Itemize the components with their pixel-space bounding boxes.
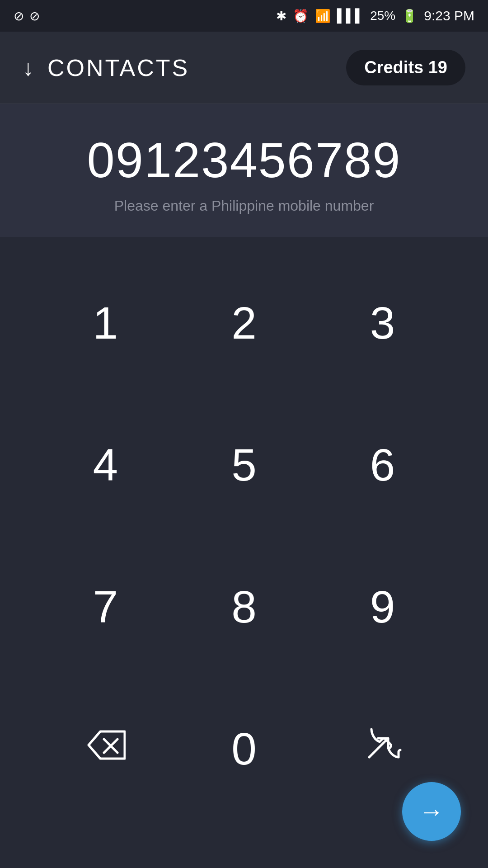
next-arrow-icon: → — [419, 797, 444, 826]
dial-key-6[interactable]: 6 — [313, 406, 452, 524]
no-disturb-icon: ⊘ — [29, 9, 40, 24]
wifi-icon: 📶 — [315, 9, 331, 24]
bluetooth-icon: ✱ — [276, 9, 286, 24]
dial-key-8[interactable]: 8 — [175, 548, 314, 665]
credits-badge[interactable]: Credits 19 — [346, 50, 465, 85]
dial-key-7[interactable]: 7 — [36, 548, 175, 665]
status-time: 9:23 PM — [424, 8, 474, 24]
next-button-container: → — [402, 782, 461, 841]
dial-key-backspace[interactable] — [36, 690, 175, 807]
next-button[interactable]: → — [402, 782, 461, 841]
signal-icon: ▌▌▌ — [337, 9, 364, 23]
dialpad-grid: 1 2 3 4 5 6 7 8 9 0 — [36, 264, 452, 832]
phone-number-display: 09123456789 — [87, 131, 401, 189]
header: ↓ CONTACTS Credits 19 — [0, 32, 488, 104]
back-button[interactable]: ↓ — [23, 55, 34, 81]
alarm-icon: ⏰ — [293, 9, 309, 24]
main-content: ↓ CONTACTS Credits 19 09123456789 Please… — [0, 32, 488, 868]
battery-percentage: 25% — [370, 9, 395, 23]
dial-key-5[interactable]: 5 — [175, 406, 314, 524]
shield-icon: ⊘ — [14, 9, 24, 24]
status-bar-left-icons: ⊘ ⊘ — [14, 9, 40, 24]
header-left: ↓ CONTACTS — [23, 54, 189, 81]
page-title: CONTACTS — [47, 54, 189, 81]
dial-key-3[interactable]: 3 — [313, 264, 452, 382]
battery-icon: 🔋 — [402, 9, 418, 24]
phone-display: 09123456789 Please enter a Philippine mo… — [0, 104, 488, 237]
backspace-icon — [85, 729, 126, 768]
call-incoming-icon — [362, 725, 403, 773]
dial-key-0[interactable]: 0 — [175, 690, 314, 807]
dial-key-1[interactable]: 1 — [36, 264, 175, 382]
dialpad-area: 1 2 3 4 5 6 7 8 9 0 — [0, 237, 488, 868]
phone-hint: Please enter a Philippine mobile number — [114, 198, 374, 214]
dial-key-9[interactable]: 9 — [313, 548, 452, 665]
dial-key-2[interactable]: 2 — [175, 264, 314, 382]
status-bar-right: ✱ ⏰ 📶 ▌▌▌ 25% 🔋 9:23 PM — [276, 8, 474, 24]
dial-key-4[interactable]: 4 — [36, 406, 175, 524]
status-bar: ⊘ ⊘ ✱ ⏰ 📶 ▌▌▌ 25% 🔋 9:23 PM — [0, 0, 488, 32]
